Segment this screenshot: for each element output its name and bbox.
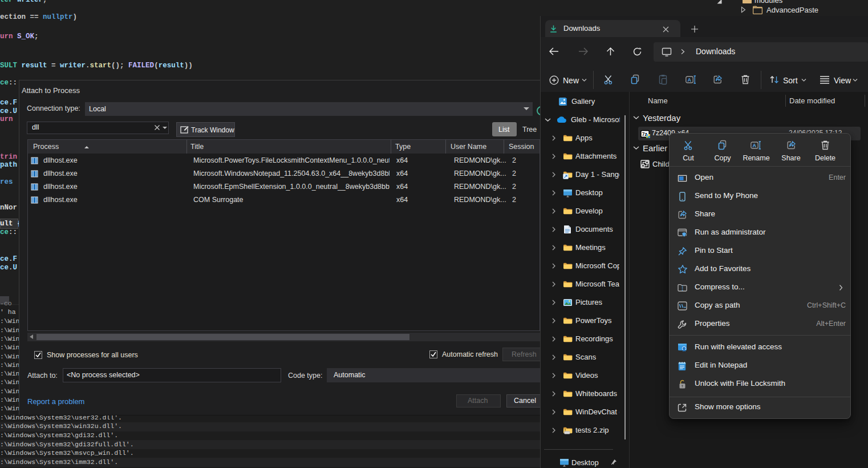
svg-text:A: A [753,143,757,148]
svg-text:A: A [688,77,692,83]
